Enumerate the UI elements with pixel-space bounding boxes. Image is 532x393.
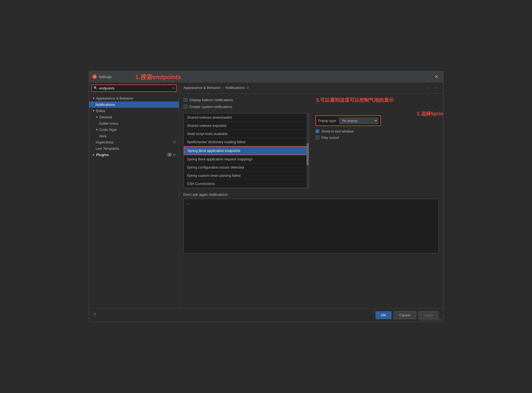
inspections-icon: ⊟ <box>173 140 176 144</box>
sidebar-item-inspections[interactable]: Inspections ⊟ <box>89 139 179 145</box>
footer-buttons: OK Cancel Apply <box>375 311 439 319</box>
breadcrumb-part2: Notifications <box>225 86 245 90</box>
breadcrumb: Appearance & Behavior › Notifications ⊟ <box>184 86 249 90</box>
notif-item-spring-config[interactable]: Spring configuration issues detected <box>184 163 309 172</box>
play-sound-checkbox[interactable] <box>315 136 319 139</box>
enable-system-label: Enable system notifications <box>190 105 233 109</box>
chevron-down-icon: ▼ <box>96 128 98 131</box>
notification-settings: 3.可以看到这里可以控制气泡的显示 Popup type: No popup ✓ <box>313 113 439 188</box>
chevron-down-icon: ▼ <box>92 109 95 112</box>
sidebar-item-label: Plugins <box>96 153 109 157</box>
help-icon: ? <box>94 313 96 317</box>
sidebar-item-editor[interactable]: ▼ Editor <box>89 108 179 114</box>
dont-ask-section: Don't ask again notifications: — <box>184 193 439 253</box>
sidebar-item-label: Live Templates <box>96 146 119 151</box>
panel-header: Appearance & Behavior › Notifications ⊟ … <box>179 82 443 94</box>
notifications-table: Shared indexes downloaded Shared indexes… <box>184 113 439 188</box>
checkmark-icon: ✓ <box>316 130 318 133</box>
display-balloon-label: Display balloon notifications <box>190 98 233 102</box>
sidebar-item-java[interactable]: Java <box>89 133 179 139</box>
play-sound-label: Play sound <box>321 136 339 140</box>
sidebar-item-label: Gutter Icons <box>99 121 118 125</box>
enable-system-row: Enable system notifications <box>184 105 439 109</box>
breadcrumb-part1: Appearance & Behavior <box>184 86 221 90</box>
back-button[interactable]: ← <box>425 85 431 91</box>
show-tool-window-checkbox[interactable]: ✓ <box>315 129 319 133</box>
enable-system-checkbox[interactable] <box>184 105 187 109</box>
notif-item-shell-script[interactable]: Shell script tools available <box>184 130 309 138</box>
settings-dialog: J Settings 1.搜索endpoints ✕ 🔍 ✕ ▼ Appeara… <box>89 71 443 322</box>
breadcrumb-separator: › <box>223 86 224 90</box>
sidebar-item-label: Inspections <box>96 140 114 144</box>
sidebar-item-label: Code Style <box>99 128 117 132</box>
sidebar-item-label: Notifications <box>96 103 115 107</box>
sidebar-item-label: Editor <box>96 109 105 113</box>
sidebar-item-plugins[interactable]: ► Plugins 5 ⊟ <box>89 152 179 158</box>
notif-item-shared-downloaded[interactable]: Shared indexes downloaded <box>184 113 309 122</box>
panel-body: Display balloon notifications Enable sys… <box>179 94 443 308</box>
sidebar-item-label: General <box>99 115 112 119</box>
chevron-right-icon: ► <box>92 153 95 156</box>
search-input[interactable] <box>99 86 172 90</box>
chevron-down-icon: ▼ <box>92 97 95 100</box>
sidebar-item-code-style[interactable]: ▼ Code Style <box>89 127 179 133</box>
main-content: 🔍 ✕ ▼ Appearance & Behavior Notification… <box>89 82 443 308</box>
annotation-step1: 1.搜索endpoints <box>136 73 181 81</box>
sidebar-item-gutter-icons[interactable]: Gutter Icons <box>89 120 179 127</box>
header-nav: ← → <box>425 85 439 91</box>
show-tool-window-label: Show in tool window <box>321 129 354 133</box>
sidebar-item-notifications[interactable]: Notifications <box>89 101 179 108</box>
help-button[interactable]: ? <box>94 313 96 317</box>
sidebar-item-label: Java <box>99 134 106 138</box>
notif-item-spellchecker[interactable]: Spellchecker dictionary loading failed <box>184 138 309 146</box>
cancel-button[interactable]: Cancel <box>394 311 416 319</box>
search-icon: 🔍 <box>94 86 98 90</box>
plugins-badge: 5 <box>167 153 172 157</box>
sidebar-item-appearance-behavior[interactable]: ▼ Appearance & Behavior <box>89 95 179 101</box>
notif-item-spring-boot-request-mappings[interactable]: Spring Boot application request mappings <box>184 155 309 163</box>
notif-item-ssh[interactable]: SSH Connections <box>184 180 309 188</box>
title-bar: J Settings 1.搜索endpoints ✕ <box>89 71 443 82</box>
sidebar: 🔍 ✕ ▼ Appearance & Behavior Notification… <box>89 82 179 308</box>
display-balloon-row: Display balloon notifications <box>184 98 439 102</box>
popup-type-select[interactable]: No popup <box>339 118 378 124</box>
right-panel: Appearance & Behavior › Notifications ⊟ … <box>179 82 443 308</box>
chevron-down-icon: ▼ <box>96 116 98 119</box>
notif-item-shared-exported[interactable]: Shared indexes exported <box>184 122 309 130</box>
plugins-icon: ⊟ <box>173 153 176 157</box>
apply-button[interactable]: Apply <box>418 311 439 319</box>
play-sound-row: Play sound <box>315 136 437 140</box>
checkboxes-section: Display balloon notifications Enable sys… <box>184 98 439 109</box>
sidebar-item-live-templates[interactable]: Live Templates <box>89 145 179 152</box>
display-balloon-checkbox[interactable] <box>184 98 187 102</box>
watermark: CSDN @ACGkaka <box>419 318 442 321</box>
scrollbar-track[interactable] <box>306 113 309 188</box>
popup-type-row: Popup type: No popup <box>315 115 381 126</box>
dont-ask-content: — <box>186 201 190 206</box>
search-box[interactable]: 🔍 ✕ <box>91 85 177 92</box>
sidebar-item-label: Appearance & Behavior <box>96 96 133 100</box>
footer: ? OK Cancel Apply <box>89 308 443 322</box>
search-clear-icon[interactable]: ✕ <box>172 86 175 90</box>
sidebar-tree: ▼ Appearance & Behavior Notifications ▼ … <box>89 94 179 159</box>
scrollbar-thumb[interactable] <box>306 143 309 165</box>
breadcrumb-icon: ⊟ <box>246 86 249 89</box>
dont-ask-label: Don't ask again notifications: <box>184 193 439 197</box>
popup-type-label: Popup type: <box>318 119 337 123</box>
annotation-step2: 2.选择SpringBoot应用的endpoints <box>417 110 443 117</box>
notification-list: Shared indexes downloaded Shared indexes… <box>184 113 309 188</box>
annotation-step3: 3.可以看到这里可以控制气泡的显示 <box>316 97 394 103</box>
app-icon: J <box>92 74 97 79</box>
show-tool-window-row: ✓ Show in tool window <box>315 129 437 133</box>
notif-item-spring-boot-endpoints[interactable]: Spring Boot application endpoints <box>184 146 309 155</box>
notif-item-spring-custom-bean[interactable]: Spring custom bean parsing failed <box>184 172 309 180</box>
sidebar-item-general[interactable]: ▼ General <box>89 114 179 120</box>
ok-button[interactable]: OK <box>375 311 392 319</box>
dont-ask-box: — <box>184 199 439 253</box>
forward-button[interactable]: → <box>433 85 439 91</box>
close-button[interactable]: ✕ <box>433 74 440 80</box>
